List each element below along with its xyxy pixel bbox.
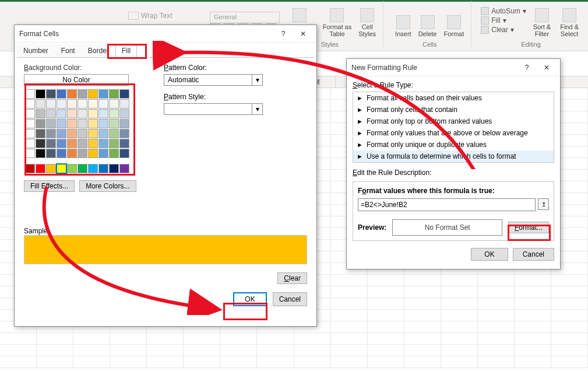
range-selector-button[interactable]: ↥ xyxy=(538,198,549,210)
color-swatch[interactable] xyxy=(67,139,77,148)
color-swatch[interactable] xyxy=(109,99,119,108)
color-swatch[interactable] xyxy=(88,129,98,138)
color-swatch[interactable] xyxy=(36,164,45,173)
color-swatch[interactable] xyxy=(25,119,35,128)
color-swatch[interactable] xyxy=(57,119,66,128)
color-swatch[interactable] xyxy=(109,129,119,138)
color-swatch[interactable] xyxy=(57,149,66,158)
clear-button[interactable]: Clear ▾ xyxy=(481,26,526,34)
color-swatch[interactable] xyxy=(88,89,98,99)
color-swatch[interactable] xyxy=(25,149,35,158)
color-swatch[interactable] xyxy=(88,99,98,108)
color-swatch[interactable] xyxy=(46,109,56,118)
color-swatch[interactable] xyxy=(57,129,66,138)
color-swatch[interactable] xyxy=(36,129,45,138)
color-swatch[interactable] xyxy=(109,164,119,173)
color-swatch[interactable] xyxy=(36,119,45,128)
color-swatch[interactable] xyxy=(78,149,87,158)
color-swatch[interactable] xyxy=(46,139,56,148)
color-swatch[interactable] xyxy=(67,164,77,173)
autosum-button[interactable]: AutoSum ▾ xyxy=(481,7,526,15)
ok-button[interactable]: OK xyxy=(233,292,266,306)
tab-font[interactable]: Font xyxy=(55,44,82,57)
rule-type-item[interactable]: ►Use a formula to determine which cells … xyxy=(353,150,554,162)
format-as-table-button[interactable]: Format as Table xyxy=(321,7,354,38)
color-swatch[interactable] xyxy=(78,89,87,99)
close-button[interactable]: ✕ xyxy=(538,61,555,75)
color-swatch[interactable] xyxy=(119,164,129,173)
color-swatch[interactable] xyxy=(78,164,87,173)
rule-type-item[interactable]: ►Format only unique or duplicate values xyxy=(353,139,554,150)
color-swatch[interactable] xyxy=(98,139,108,148)
color-swatch[interactable] xyxy=(109,89,119,99)
color-swatch[interactable] xyxy=(98,164,108,173)
color-swatch[interactable] xyxy=(57,164,66,173)
color-swatch[interactable] xyxy=(25,99,35,108)
help-button[interactable]: ? xyxy=(274,27,292,41)
color-swatch[interactable] xyxy=(25,89,35,99)
color-swatch[interactable] xyxy=(98,129,108,138)
more-colors-button[interactable]: More Colors... xyxy=(79,180,136,192)
fill-effects-button[interactable]: Fill Effects... xyxy=(24,180,75,192)
color-swatch[interactable] xyxy=(119,139,129,148)
color-swatch[interactable] xyxy=(25,129,35,138)
color-swatch[interactable] xyxy=(88,109,98,118)
formula-input[interactable]: =B2<>June!B2 xyxy=(358,198,536,211)
color-swatch[interactable] xyxy=(57,99,66,108)
color-swatch[interactable] xyxy=(25,109,35,118)
color-swatch[interactable] xyxy=(98,89,108,99)
color-swatch[interactable] xyxy=(78,99,87,108)
color-swatch[interactable] xyxy=(67,99,77,108)
pattern-style-dropdown[interactable]: ▾ xyxy=(164,103,263,115)
color-swatch[interactable] xyxy=(57,139,66,148)
cell-styles-button[interactable]: Cell Styles xyxy=(356,7,378,38)
color-swatch[interactable] xyxy=(46,149,56,158)
fill-button[interactable]: Fill ▾ xyxy=(481,16,526,24)
tab-border[interactable]: Border xyxy=(82,44,115,57)
ok-button[interactable]: OK xyxy=(471,248,508,261)
color-swatch[interactable] xyxy=(25,164,35,173)
color-swatch[interactable] xyxy=(36,149,45,158)
color-swatch[interactable] xyxy=(78,139,87,148)
color-swatch[interactable] xyxy=(46,89,56,99)
color-swatch[interactable] xyxy=(119,149,129,158)
color-swatch[interactable] xyxy=(119,99,129,108)
color-swatch[interactable] xyxy=(67,149,77,158)
sort-filter-button[interactable]: Sort & Filter xyxy=(531,7,554,38)
color-swatch[interactable] xyxy=(119,119,129,128)
cancel-button[interactable]: Cancel xyxy=(513,248,554,261)
no-color-button[interactable]: No Color xyxy=(24,74,129,86)
rule-type-item[interactable]: ►Format only top or bottom ranked values xyxy=(353,116,554,127)
color-swatch[interactable] xyxy=(109,149,119,158)
cancel-button[interactable]: Cancel xyxy=(273,292,307,306)
delete-button[interactable]: Delete xyxy=(416,14,439,38)
color-swatch[interactable] xyxy=(46,164,56,173)
color-swatch[interactable] xyxy=(67,109,77,118)
color-swatch[interactable] xyxy=(78,119,87,128)
color-swatch[interactable] xyxy=(36,99,45,108)
pattern-color-dropdown[interactable]: Automatic ▾ xyxy=(164,74,263,86)
color-swatch[interactable] xyxy=(57,109,66,118)
rule-type-item[interactable]: ►Format only values that are above or be… xyxy=(353,127,554,139)
color-swatch[interactable] xyxy=(98,119,108,128)
tab-fill[interactable]: Fill xyxy=(115,44,137,58)
help-button[interactable]: ? xyxy=(518,61,536,75)
color-swatch[interactable] xyxy=(119,89,129,99)
color-swatch[interactable] xyxy=(46,119,56,128)
color-swatch[interactable] xyxy=(36,139,45,148)
color-swatch[interactable] xyxy=(88,164,98,173)
rule-type-item[interactable]: ►Format only cells that contain xyxy=(353,104,554,116)
format-button[interactable]: Format xyxy=(441,14,466,38)
close-button[interactable]: ✕ xyxy=(294,27,312,41)
color-swatch[interactable] xyxy=(36,109,45,118)
clear-button-dialog[interactable]: ClearClear xyxy=(277,272,307,284)
color-swatch[interactable] xyxy=(119,129,129,138)
color-swatch[interactable] xyxy=(88,119,98,128)
color-swatch[interactable] xyxy=(46,129,56,138)
color-swatch[interactable] xyxy=(109,139,119,148)
color-swatch[interactable] xyxy=(88,139,98,148)
color-swatch[interactable] xyxy=(36,89,45,99)
color-swatch[interactable] xyxy=(78,129,87,138)
color-swatch[interactable] xyxy=(119,109,129,118)
color-swatch[interactable] xyxy=(67,119,77,128)
